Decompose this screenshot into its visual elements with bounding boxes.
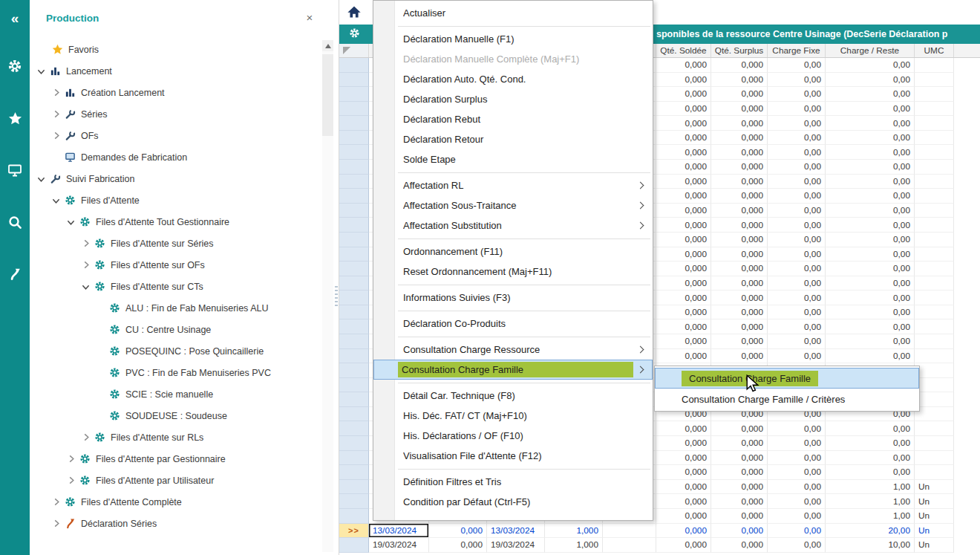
cell[interactable]: 0,000 bbox=[656, 349, 711, 364]
cell[interactable]: 0,00 bbox=[826, 233, 915, 247]
row-header-cell[interactable] bbox=[339, 363, 369, 378]
submenu-item-consultation-charge-famille[interactable]: Consultation Charge Famille bbox=[655, 368, 919, 389]
cell[interactable]: 0,000 bbox=[711, 131, 768, 146]
row-header-cell[interactable] bbox=[339, 392, 369, 407]
row-header-cell[interactable] bbox=[339, 509, 369, 524]
cell[interactable]: 0,00 bbox=[768, 218, 826, 233]
column-header-qte-soldee[interactable]: Qté. Soldée bbox=[656, 44, 711, 57]
cell[interactable] bbox=[915, 58, 954, 73]
cell[interactable]: Un bbox=[915, 494, 954, 509]
cell[interactable]: 0,000 bbox=[656, 116, 711, 131]
chevron-right-icon[interactable] bbox=[82, 239, 91, 248]
menu-item-declaration-rebut[interactable]: Déclaration Rebut bbox=[373, 109, 653, 129]
tree-item-scie-scie-manuelle[interactable]: SCIE : Scie manuelle bbox=[30, 383, 321, 405]
cell[interactable]: 0,000 bbox=[656, 436, 711, 451]
cell[interactable]: 0,00 bbox=[826, 145, 915, 160]
row-header-cell[interactable] bbox=[339, 494, 369, 509]
cell[interactable]: 0,000 bbox=[656, 204, 711, 218]
submenu-item-consultation-charge-famille-criteres[interactable]: Consultation Charge Famille / Critères bbox=[655, 389, 919, 409]
cell[interactable]: 0,000 bbox=[656, 262, 711, 276]
tree-item-files-d-attente-par-gestionnaire[interactable]: Files d'Attente par Gestionnaire bbox=[30, 448, 321, 470]
rail-workstation-button[interactable] bbox=[0, 161, 30, 182]
cell[interactable]: 0,00 bbox=[768, 204, 826, 218]
menu-item-affectation-sous-traitance[interactable]: Affectation Sous-Traitance bbox=[373, 195, 653, 215]
cell[interactable]: 0,00 bbox=[768, 116, 826, 131]
tree-item-files-d-attente[interactable]: Files d'Attente bbox=[30, 189, 321, 211]
cell[interactable]: 0,000 bbox=[711, 73, 768, 88]
cell[interactable]: 10,00 bbox=[826, 538, 915, 553]
cell[interactable]: 0,00 bbox=[768, 291, 826, 305]
tree-item-series[interactable]: Séries bbox=[30, 103, 321, 125]
cell[interactable] bbox=[915, 291, 954, 305]
cell[interactable]: 0,00 bbox=[768, 524, 826, 539]
cell[interactable]: 1,00 bbox=[826, 480, 915, 495]
cell[interactable]: 0,000 bbox=[656, 291, 711, 305]
cell[interactable]: 0,000 bbox=[656, 73, 711, 88]
chevron-right-icon[interactable] bbox=[82, 261, 91, 270]
row-header-cell[interactable] bbox=[339, 218, 369, 233]
cell[interactable]: 0,00 bbox=[768, 509, 826, 524]
row-header-cell[interactable] bbox=[339, 233, 369, 247]
cell[interactable] bbox=[915, 160, 954, 175]
row-header-cell[interactable] bbox=[339, 102, 369, 117]
table-row[interactable]: 19/03/20240,00019/03/20241,0000,0000,000… bbox=[339, 538, 980, 553]
cell[interactable]: 0,000 bbox=[711, 160, 768, 175]
cell[interactable]: 0,000 bbox=[656, 160, 711, 175]
cell[interactable]: 0,000 bbox=[711, 538, 768, 553]
cell[interactable]: 0,00 bbox=[768, 58, 826, 73]
tree-item-soudeuse-soudeuse[interactable]: SOUDEUSE : Soudeuse bbox=[30, 405, 321, 426]
cell[interactable]: 0,00 bbox=[826, 160, 915, 175]
cell[interactable]: 0,000 bbox=[711, 494, 768, 509]
cell[interactable] bbox=[915, 233, 954, 247]
row-header-cell[interactable] bbox=[339, 145, 369, 160]
column-header-charge-reste[interactable]: Charge / Reste bbox=[826, 44, 915, 57]
row-header-cell[interactable] bbox=[339, 349, 369, 364]
column-header-qte-surplus[interactable]: Qté. Surplus bbox=[711, 44, 768, 57]
rail-search-button[interactable] bbox=[0, 213, 30, 234]
cell[interactable]: 0,00 bbox=[826, 189, 915, 204]
menu-item-his-dec-fat-ct-maj-f10[interactable]: His. Déc. FAT/ CT (Maj+F10) bbox=[373, 406, 653, 426]
row-header-cell[interactable] bbox=[339, 276, 369, 291]
cell[interactable]: 0,000 bbox=[711, 276, 768, 291]
cell[interactable] bbox=[915, 451, 954, 466]
row-header-cell[interactable] bbox=[339, 319, 369, 334]
cell[interactable]: 0,00 bbox=[826, 247, 915, 262]
cell[interactable] bbox=[915, 73, 954, 88]
cell[interactable]: 0,000 bbox=[656, 87, 711, 102]
cell[interactable]: 20,00 bbox=[826, 524, 915, 539]
cell[interactable] bbox=[915, 218, 954, 233]
rail-collapse-panel-button[interactable]: « bbox=[0, 7, 30, 28]
cell[interactable]: 0,00 bbox=[826, 102, 915, 117]
cell[interactable]: 0,000 bbox=[711, 102, 768, 117]
cell[interactable]: 0,00 bbox=[826, 87, 915, 102]
row-header-cell[interactable] bbox=[339, 175, 369, 189]
menu-item-affectation-substitution[interactable]: Affectation Substitution bbox=[373, 215, 653, 236]
tree-item-favoris[interactable]: Favoris bbox=[30, 39, 321, 60]
cell[interactable]: 0,000 bbox=[711, 421, 768, 436]
cell[interactable]: Un bbox=[915, 480, 954, 495]
menu-item-declaration-auto-qte-cond[interactable]: Déclaration Auto. Qté. Cond. bbox=[373, 69, 653, 89]
cell[interactable]: 0,00 bbox=[826, 436, 915, 451]
cell[interactable]: 19/03/2024 bbox=[369, 538, 429, 553]
cell[interactable]: 0,00 bbox=[768, 160, 826, 175]
row-header-cell[interactable] bbox=[339, 334, 369, 349]
cell[interactable]: 0,00 bbox=[768, 305, 826, 320]
cell[interactable]: 0,000 bbox=[656, 131, 711, 146]
row-header-cell[interactable] bbox=[339, 116, 369, 131]
cell[interactable]: 0,000 bbox=[711, 233, 768, 247]
cell[interactable]: 0,000 bbox=[656, 451, 711, 466]
cell[interactable]: 0,000 bbox=[656, 494, 711, 509]
rail-favorites-button[interactable] bbox=[0, 109, 30, 130]
column-header-charge-fixe[interactable]: Charge Fixe bbox=[768, 44, 826, 57]
chevron-right-icon[interactable] bbox=[52, 88, 61, 97]
cell[interactable]: 1,00 bbox=[826, 509, 915, 524]
menu-item-actualiser[interactable]: Actualiser bbox=[373, 3, 653, 23]
row-header-cell[interactable] bbox=[339, 480, 369, 495]
cell[interactable]: 0,00 bbox=[768, 145, 826, 160]
tree-item-suivi-fabrication[interactable]: Suivi Fabrication bbox=[30, 168, 321, 189]
menu-item-ordonnancement-f11[interactable]: Ordonnancement (F11) bbox=[373, 241, 653, 262]
cell[interactable]: 0,00 bbox=[768, 189, 826, 204]
cell[interactable] bbox=[915, 349, 954, 364]
cell[interactable]: 13/03/2024 bbox=[369, 524, 429, 539]
menu-item-solde-etape[interactable]: Solde Etape bbox=[373, 149, 653, 169]
